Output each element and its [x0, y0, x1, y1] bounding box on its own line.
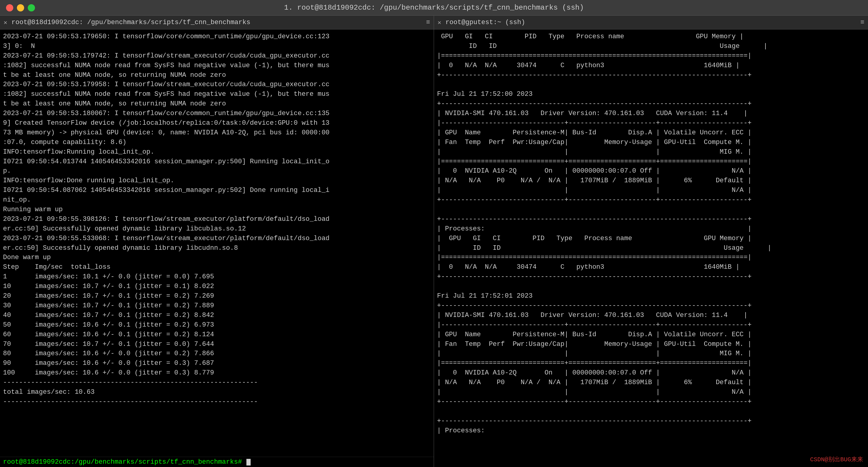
maximize-button[interactable] [28, 4, 35, 11]
left-pane: ✕ root@818d19092cdc: /gpu/benchmarks/scr… [0, 16, 434, 467]
left-cursor [246, 459, 251, 466]
left-tab-close-icon[interactable]: ✕ [4, 19, 7, 26]
right-pane: ✕ root@gputest:~ (ssh) ≡ GPU GI CI PID T… [434, 16, 868, 467]
close-button[interactable] [6, 4, 13, 11]
right-tab-label: root@gputest:~ (ssh) [445, 19, 525, 26]
right-terminal-content[interactable]: GPU GI CI PID Type Process name GPU Memo… [434, 30, 868, 467]
csdn-watermark: CSDN@别出BUG来来 [810, 455, 863, 463]
left-tab-label: root@818d19092cdc: /gpu/benchmarks/scrip… [11, 19, 250, 26]
left-tab-bar: ✕ root@818d19092cdc: /gpu/benchmarks/scr… [0, 16, 434, 30]
window-title: 1. root@818d19092cdc: /gpu/benchmarks/sc… [284, 4, 584, 12]
right-tab-menu-icon[interactable]: ≡ [861, 19, 864, 26]
right-tab-bar: ✕ root@gputest:~ (ssh) ≡ [434, 16, 868, 30]
titlebar: 1. root@818d19092cdc: /gpu/benchmarks/sc… [0, 0, 868, 16]
main-container: ✕ root@818d19092cdc: /gpu/benchmarks/scr… [0, 16, 868, 467]
left-tab-menu-icon[interactable]: ≡ [426, 19, 430, 26]
minimize-button[interactable] [17, 4, 24, 11]
left-terminal-content[interactable]: 2023-07-21 09:50:53.179650: I tensorflow… [0, 30, 434, 457]
right-tab-close-icon[interactable]: ✕ [438, 19, 441, 26]
window-controls[interactable] [6, 4, 35, 11]
left-prompt-text: root@818d19092cdc:/gpu/benchmarks/script… [3, 458, 246, 466]
left-prompt-line: root@818d19092cdc:/gpu/benchmarks/script… [0, 457, 434, 467]
